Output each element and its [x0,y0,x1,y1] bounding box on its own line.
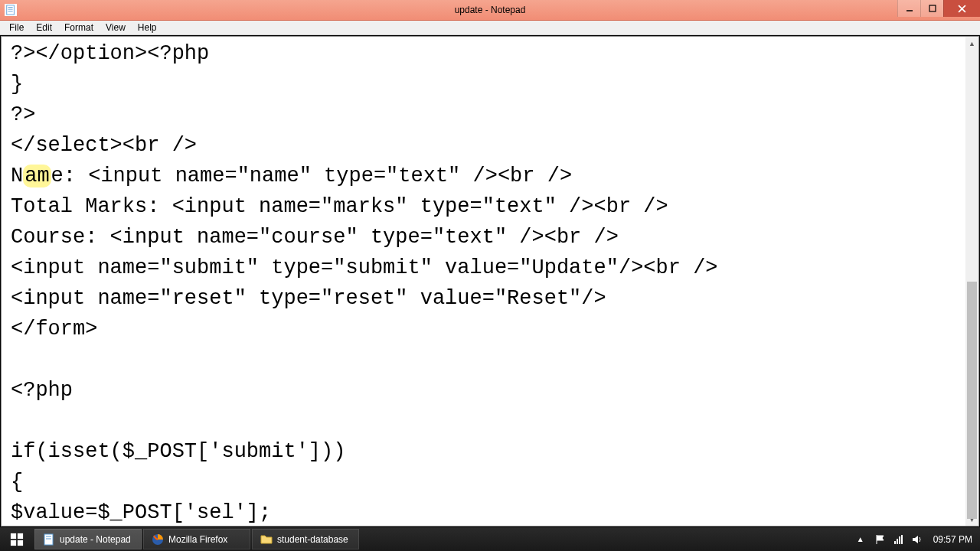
notepad-icon [43,533,55,546]
scroll-thumb[interactable] [967,282,977,519]
taskbar-item-folder[interactable]: student-database [252,529,359,549]
close-button[interactable] [943,0,980,17]
network-icon[interactable] [893,534,904,545]
menu-edit[interactable]: Edit [30,21,58,34]
window-title: update - Notepad [455,5,526,15]
volume-icon[interactable] [912,534,923,545]
svg-rect-9 [18,533,23,538]
start-button[interactable] [0,527,34,551]
notepad-icon [5,4,17,16]
menu-view[interactable]: View [100,21,132,34]
tray-overflow-icon[interactable]: ▲ [854,535,867,543]
clock[interactable]: 09:57 PM [930,534,975,545]
menu-bar: File Edit Format View Help [0,21,980,35]
window-controls [897,0,980,20]
svg-rect-0 [7,5,15,15]
maximize-button[interactable] [920,0,943,17]
svg-rect-12 [44,534,53,545]
window-titlebar: update - Notepad [0,0,980,21]
svg-rect-18 [899,536,900,544]
scroll-track[interactable] [965,50,978,513]
taskbar-item-notepad[interactable]: update - Notepad [34,529,142,549]
scroll-up-arrow-icon[interactable]: ▲ [965,37,978,50]
text-editor[interactable]: ?></option><?php } ?> </select><br /> Na… [2,37,965,526]
svg-rect-17 [897,539,898,544]
taskbar-item-label: update - Notepad [60,534,131,545]
svg-rect-8 [11,533,16,538]
minimize-button[interactable] [897,0,920,17]
flag-icon[interactable] [875,534,886,545]
svg-rect-11 [18,540,23,545]
svg-rect-16 [894,541,896,544]
taskbar-item-firefox[interactable]: Mozilla Firefox [143,529,250,549]
vertical-scrollbar[interactable]: ▲ ▼ [965,37,978,526]
svg-rect-5 [929,5,936,11]
svg-rect-10 [11,540,16,545]
taskbar: update - Notepad Mozilla Firefox student… [0,527,980,551]
system-tray: ▲ 09:57 PM [854,534,980,545]
taskbar-item-label: student-database [277,534,348,545]
folder-icon [260,533,273,546]
firefox-icon [152,533,164,546]
menu-format[interactable]: Format [58,21,100,34]
svg-rect-19 [901,535,903,544]
menu-help[interactable]: Help [132,21,163,34]
taskbar-item-label: Mozilla Firefox [168,534,227,545]
editor-container: ?></option><?php } ?> </select><br /> Na… [1,36,979,527]
menu-file[interactable]: File [3,21,30,34]
